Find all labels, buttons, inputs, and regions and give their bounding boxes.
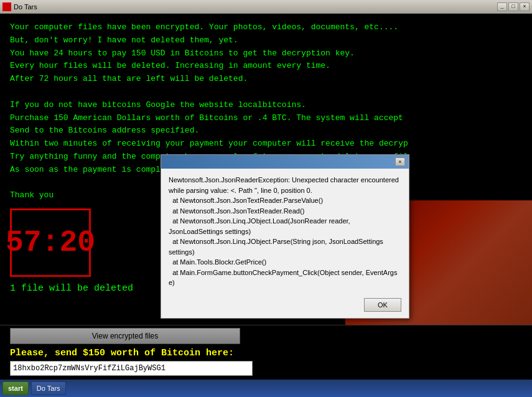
message-line-9: Send to the Bitcoins address specified. [10,124,522,138]
error-dialog: × Newtonsoft.Json.JsonReaderException: U… [161,154,409,319]
send-bitcoin-label: Please, send $150 worth of Bitcoin here: [10,348,522,358]
error-dialog-close-button[interactable]: × [395,157,405,166]
file-deleted-label: 1 file will be deleted [10,283,133,294]
message-line-4: Every hour files will be deleted. Increa… [10,60,522,73]
message-line-6 [10,86,522,99]
view-encrypted-button[interactable]: View encrypted files [10,328,240,344]
start-button[interactable]: start [2,381,29,395]
ok-button[interactable]: OK [364,298,401,312]
error-dialog-titlebar: × [161,155,409,169]
title-bar-text: Do Tars [14,3,496,11]
bitcoin-address-input[interactable] [10,361,253,376]
error-message-text: Newtonsoft.Json.JsonReaderException: Une… [169,176,401,286]
message-line-1: Your computer files have been encrypted.… [10,21,522,34]
maximize-button[interactable]: □ [508,2,518,11]
message-line-10: Within two minutes of receiving your pay… [10,138,522,151]
dotars-taskbar-item[interactable]: Do Tars [31,381,66,395]
close-button[interactable]: × [520,2,530,11]
title-bar: Do Tars _ □ × [0,0,532,14]
message-line-2: But, don't worry! I have not deleted the… [10,34,522,47]
timer-box: 57:20 [10,208,91,277]
error-dialog-footer: OK [161,294,409,318]
message-line-3: You have 24 hours to pay 150 USD in Bitc… [10,47,522,60]
message-line-8: Purchase 150 American Dollars worth of B… [10,112,522,125]
taskbar: start Do Tars [0,380,532,397]
timer-display: 57:20 [6,226,95,259]
app-icon [2,2,11,11]
minimize-button[interactable]: _ [497,2,507,11]
message-line-7: If you do not have bitcoins Google the w… [10,99,522,112]
error-dialog-body: Newtonsoft.Json.JsonReaderException: Une… [161,169,409,294]
message-line-5: After 72 hours all that are left will be… [10,73,522,86]
